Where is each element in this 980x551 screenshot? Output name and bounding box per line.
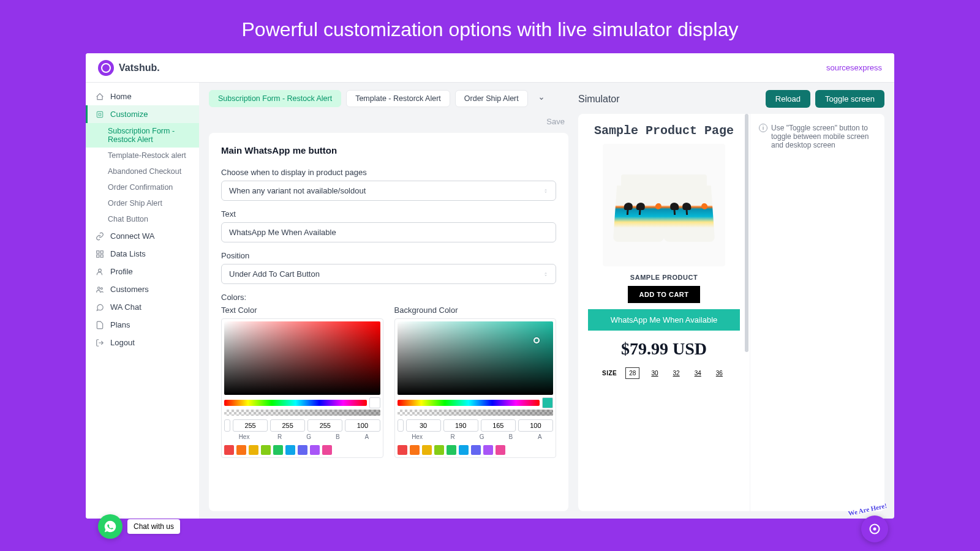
swatch[interactable]	[322, 445, 332, 455]
card-heading: Main WhatsApp me button	[221, 145, 556, 156]
whatsapp-notify-button[interactable]: WhatsApp Me When Available	[588, 309, 740, 331]
size-option[interactable]: 28	[625, 367, 639, 379]
sidebar-item-datalists[interactable]: Data Lists	[86, 245, 199, 263]
r-input[interactable]	[233, 419, 268, 432]
r-input[interactable]	[406, 419, 441, 432]
sidebar-item-label: Customers	[110, 285, 149, 294]
logo[interactable]: Vatshub.	[98, 60, 160, 76]
a-input[interactable]	[345, 419, 380, 432]
scrollbar[interactable]	[745, 114, 748, 352]
size-option[interactable]: 30	[648, 368, 661, 378]
swatch[interactable]	[471, 445, 481, 455]
swatch[interactable]	[398, 445, 407, 455]
g-input[interactable]	[443, 419, 478, 432]
gradient-area[interactable]	[398, 321, 554, 395]
gradient-area[interactable]	[224, 321, 380, 395]
swatch[interactable]	[422, 445, 432, 455]
topbar: Vatshub. sourcesexpress	[86, 53, 894, 83]
simulator-preview: Sample Product Page SAMPLE PRODUCT	[578, 114, 750, 511]
settings-card: Main WhatsApp me button Choose when to d…	[209, 133, 568, 511]
tab-subscription[interactable]: Subscription Form - Restock Alert	[209, 90, 341, 107]
bg-color-col: Background Color	[394, 305, 557, 458]
hex-input[interactable]	[224, 419, 230, 432]
display-select[interactable]: When any variant not available/soldout	[221, 181, 556, 201]
swatch[interactable]	[447, 445, 456, 455]
alpha-slider[interactable]	[224, 410, 380, 416]
sidebar-sub-order-ship[interactable]: Order Ship Alert	[86, 195, 199, 211]
sidebar-item-wachat[interactable]: WA Chat	[86, 298, 199, 316]
current-swatch	[369, 397, 380, 408]
swatch-presets	[398, 445, 554, 455]
reload-button[interactable]: Reload	[766, 90, 810, 108]
tab-template[interactable]: Template - Restorck Alert	[346, 90, 450, 107]
toggle-screen-button[interactable]: Toggle screen	[815, 90, 884, 108]
swatch[interactable]	[236, 445, 246, 455]
sidebar-item-label: Customize	[110, 110, 148, 119]
tabs-more[interactable]	[533, 93, 550, 104]
swatch[interactable]	[310, 445, 320, 455]
sidebar-sub-order-confirm[interactable]: Order Confirmation	[86, 179, 199, 195]
position-select[interactable]: Under Add To Cart Button	[221, 264, 556, 284]
hue-slider[interactable]	[398, 400, 540, 406]
chat-widget[interactable]: Chat with us	[98, 514, 180, 539]
current-swatch	[542, 397, 553, 408]
sidebar-item-label: Plans	[110, 320, 130, 329]
position-label: Position	[221, 251, 556, 260]
save-button[interactable]: Save	[546, 117, 565, 126]
tab-order-ship[interactable]: Order Ship Alert	[455, 90, 528, 107]
help-chat-icon[interactable]	[861, 515, 888, 542]
chevron-updown-icon	[543, 186, 548, 195]
bg-color-picker[interactable]: HexRGBA	[394, 318, 557, 458]
help-widget[interactable]: We Are Here!	[861, 515, 888, 542]
sidebar-sub-chat-button[interactable]: Chat Button	[86, 211, 199, 227]
sidebar-item-logout[interactable]: Logout	[86, 334, 199, 351]
swatch[interactable]	[249, 445, 258, 455]
swatch[interactable]	[434, 445, 444, 455]
sidebar-item-plans[interactable]: Plans	[86, 316, 199, 334]
swatch[interactable]	[410, 445, 420, 455]
sidebar-item-profile[interactable]: Profile	[86, 263, 199, 280]
size-option[interactable]: 34	[692, 368, 704, 378]
sidebar-sub-abandoned[interactable]: Abandoned Checkout	[86, 163, 199, 179]
banner-heading: Powerful customization options with live…	[0, 0, 980, 53]
hue-slider[interactable]	[224, 400, 367, 406]
add-to-cart-button[interactable]: ADD TO CART	[628, 286, 699, 303]
logout-icon	[96, 339, 104, 347]
text-input[interactable]	[221, 222, 556, 242]
swatch[interactable]	[273, 445, 283, 455]
sidebar-item-home[interactable]: Home	[86, 88, 199, 105]
b-input[interactable]	[307, 419, 342, 432]
chevron-down-icon	[538, 96, 545, 102]
save-row: Save	[209, 113, 568, 133]
b-input[interactable]	[481, 419, 516, 432]
alpha-slider[interactable]	[398, 410, 554, 416]
swatch[interactable]	[224, 445, 234, 455]
sidebar-item-connect[interactable]: Connect WA	[86, 227, 199, 245]
swatch[interactable]	[285, 445, 295, 455]
home-icon	[96, 92, 104, 101]
colors-label: Colors:	[221, 293, 556, 302]
whatsapp-icon[interactable]	[98, 514, 123, 539]
hex-input[interactable]	[398, 419, 404, 432]
text-color-picker[interactable]: HexRGBA	[221, 318, 383, 458]
size-label: SIZE	[602, 370, 617, 377]
product-image	[603, 144, 725, 266]
sidebar-item-customize[interactable]: Customize	[86, 105, 199, 123]
store-name[interactable]: sourcesexpress	[826, 63, 882, 72]
swatch[interactable]	[298, 445, 307, 455]
size-option[interactable]: 32	[670, 368, 683, 378]
sidebar-sub-subscription[interactable]: Subscription Form - Restock Alert	[86, 123, 199, 148]
sidebar-item-customers[interactable]: Customers	[86, 280, 199, 298]
text-label: Text	[221, 209, 556, 219]
text-color-label: Text Color	[221, 305, 383, 315]
a-input[interactable]	[518, 419, 553, 432]
swatch[interactable]	[483, 445, 493, 455]
g-input[interactable]	[270, 419, 305, 432]
picker-cursor[interactable]	[533, 337, 540, 343]
size-option[interactable]: 36	[713, 368, 726, 378]
swatch[interactable]	[261, 445, 271, 455]
swatch[interactable]	[496, 445, 505, 455]
sidebar-sub-template[interactable]: Template-Restock alert	[86, 148, 199, 163]
swatch[interactable]	[459, 445, 469, 455]
sidebar-item-label: Profile	[110, 267, 133, 276]
